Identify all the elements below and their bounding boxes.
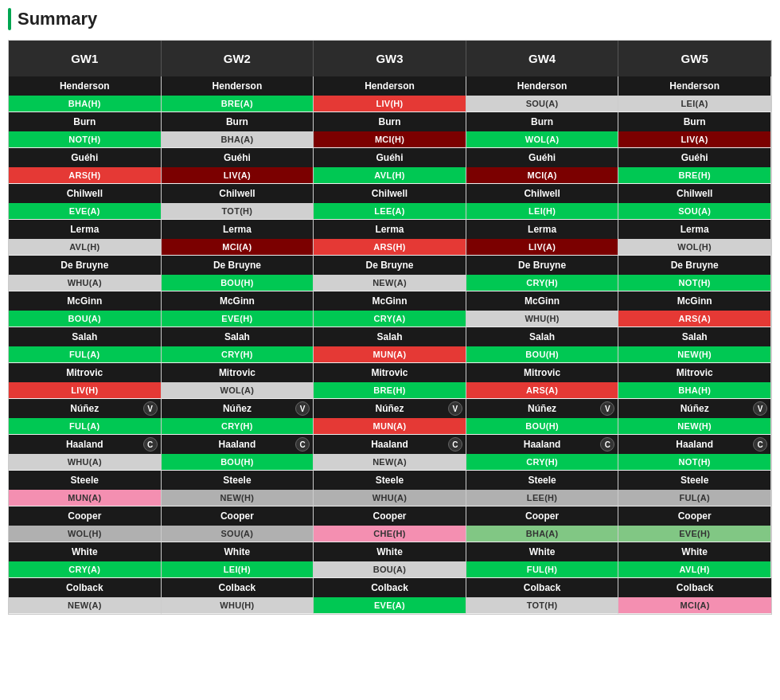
player-name-row: White [618, 542, 770, 561]
player-name-row: Henderson [314, 76, 466, 96]
player-name: Steele [71, 475, 99, 486]
player-name-row: HaalandC [466, 435, 618, 454]
player-name: De Bruyne [518, 260, 566, 271]
player-name: Henderson [213, 80, 263, 92]
player-name-row: Guéhi [162, 148, 314, 167]
col-header-gw5: GW5 [618, 41, 771, 76]
player-cell: NúñezVMUN(A) [314, 399, 466, 435]
player-name: Steele [528, 475, 556, 486]
player-cell: MitrovicLIV(H) [9, 363, 162, 399]
player-cell: ChilwellTOT(H) [162, 184, 314, 220]
player-name-row: Chilwell [618, 184, 770, 203]
player-name-row: NúñezV [314, 399, 466, 418]
player-name: Colback [677, 582, 714, 593]
player-cell: WhiteCRY(A) [9, 542, 162, 578]
player-cell: ColbackEVE(A) [314, 578, 466, 614]
player-name: De Bruyne [671, 260, 719, 271]
player-name-row: Steele [162, 471, 314, 490]
player-cell: CooperBHA(A) [466, 506, 619, 542]
player-name: White [529, 546, 556, 557]
player-cell: De BruyneWHU(A) [9, 256, 162, 291]
player-cell: NúñezVCRY(H) [162, 399, 314, 435]
player-cell: WhiteAVL(H) [618, 542, 771, 578]
fixture-label: BHA(A) [466, 526, 618, 542]
fixture-label: ARS(H) [9, 167, 161, 183]
player-cell: ColbackMCI(A) [618, 578, 771, 614]
player-badge: C [295, 437, 310, 452]
fixture-label: NOT(H) [618, 275, 770, 291]
player-name: Burn [531, 116, 553, 127]
player-name: Mitrovic [66, 367, 103, 378]
fixture-label: CRY(A) [314, 311, 466, 327]
player-name: De Bruyne [365, 260, 413, 271]
fixture-label: ARS(A) [618, 311, 770, 327]
player-name: Lerma [681, 224, 709, 235]
player-name: McGinn [67, 295, 102, 307]
fixture-label: WHU(H) [162, 597, 314, 613]
fixture-label: BOU(H) [466, 418, 618, 434]
player-cell: De BruyneBOU(H) [162, 256, 314, 291]
fixture-label: FUL(A) [9, 418, 161, 434]
player-name-row: Chilwell [9, 184, 161, 203]
player-name-row: Henderson [9, 76, 161, 96]
player-name: Haaland [219, 439, 256, 450]
fixture-label: NEW(A) [9, 597, 161, 613]
fixture-label: TOT(H) [162, 203, 314, 219]
fixture-label: WHU(H) [466, 311, 618, 327]
player-cell: NúñezVBOU(H) [466, 399, 619, 435]
player-cell: BurnMCI(H) [314, 112, 466, 148]
player-name: Steele [376, 475, 404, 486]
player-name-row: Colback [314, 578, 466, 597]
player-cell: LermaWOL(H) [618, 220, 771, 256]
player-name: Steele [223, 475, 251, 486]
player-cell: ColbackTOT(H) [466, 578, 619, 614]
fixture-label: BHA(H) [618, 382, 770, 398]
player-name-row: Guéhi [466, 148, 618, 167]
fixture-label: AVL(H) [618, 561, 770, 577]
fixture-label: BHA(A) [162, 131, 314, 147]
player-cell: SalahBOU(H) [466, 327, 619, 363]
fixture-label: BOU(H) [162, 275, 314, 291]
player-name-row: Burn [466, 112, 618, 131]
fixture-label: EVE(H) [162, 311, 314, 327]
fixture-label: MUN(A) [314, 346, 466, 362]
player-name: Steele [681, 475, 708, 486]
player-cell: HendersonSOU(A) [466, 76, 619, 112]
player-name-row: Salah [618, 327, 770, 346]
player-name: McGinn [220, 295, 255, 307]
player-name-row: Chilwell [162, 184, 314, 203]
player-name: White [681, 546, 708, 557]
player-name: Salah [224, 331, 250, 342]
fixture-label: TOT(H) [466, 597, 618, 613]
player-badge: V [448, 401, 462, 416]
player-name: Núñez [70, 403, 99, 414]
player-name: Guéhi [376, 152, 403, 163]
player-name: Chilwell [372, 188, 408, 199]
fixture-label: SOU(A) [466, 96, 618, 111]
fixture-label: LEI(A) [618, 96, 770, 111]
player-name-row: Salah [162, 327, 314, 346]
player-badge: V [753, 401, 767, 416]
player-cell: McGinnWHU(H) [466, 291, 619, 327]
player-name-row: De Bruyne [466, 256, 618, 275]
player-name-row: Salah [314, 327, 466, 346]
player-name-row: McGinn [466, 291, 618, 311]
player-name-row: Guéhi [314, 148, 466, 167]
player-name-row: Salah [466, 327, 618, 346]
player-name-row: Mitrovic [618, 363, 770, 382]
player-name-row: Steele [9, 471, 161, 490]
player-name: Mitrovic [371, 367, 408, 378]
player-cell: De BruyneCRY(H) [466, 256, 619, 291]
player-name-row: Cooper [162, 506, 314, 526]
player-name: Cooper [220, 510, 254, 522]
player-name: Núñez [528, 403, 556, 414]
fixture-label: CRY(H) [466, 275, 618, 291]
player-name-row: HaalandC [9, 435, 161, 454]
player-name: Henderson [517, 80, 567, 92]
player-name-row: Colback [466, 578, 618, 597]
player-name: Burn [684, 116, 706, 127]
player-name-row: De Bruyne [618, 256, 770, 275]
fixture-label: FUL(A) [618, 490, 770, 506]
player-cell: WhiteLEI(H) [162, 542, 314, 578]
player-name: Burn [378, 116, 400, 127]
